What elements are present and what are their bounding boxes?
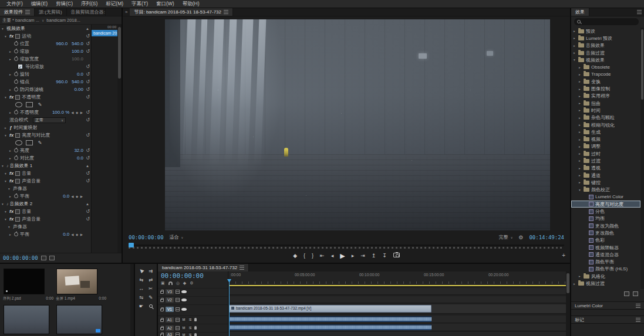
reset-icon[interactable]: ↺ (86, 178, 90, 184)
project-item-thumbnail[interactable] (56, 305, 102, 334)
program-timecode[interactable]: 00:00:00:00 (129, 235, 164, 240)
reset-icon[interactable]: ↺ (86, 148, 90, 153)
mic-icon[interactable] (194, 318, 197, 321)
expand-caret-icon[interactable]: ▸ (9, 50, 14, 53)
effect-row-缩放宽度[interactable]: ▸缩放宽度100.0 (0, 55, 91, 63)
menu-item[interactable]: 编辑(E) (27, 1, 52, 8)
timeline-ruler[interactable]: :00:0000:05:00:0000:10:00:0000:15:00:000… (229, 271, 566, 287)
effect-row-音频效果 1[interactable]: ▾♪音频效果 1▲ (0, 162, 91, 169)
tree-caret-icon[interactable] (584, 195, 589, 199)
tab-audio-clip-mixer[interactable]: 音频剪辑混合器: (67, 8, 106, 16)
keyframe-nav[interactable]: ◀ ◆ ▶ (71, 233, 83, 236)
work-area-bar[interactable] (229, 285, 566, 286)
zoom-level-select[interactable]: 适合 ∨ (170, 234, 184, 240)
mute-button[interactable]: M (181, 317, 186, 322)
sync-lock-icon[interactable] (176, 332, 180, 336)
effects-tree-item-通道[interactable]: ▸通道 (571, 172, 640, 179)
playback-resolution-select[interactable]: 完整 ∨ (499, 234, 513, 240)
menu-item[interactable]: 序列(S) (77, 1, 102, 8)
track-output-eye-icon[interactable] (181, 308, 187, 311)
expand-caret-icon[interactable]: ▾ (5, 96, 9, 99)
project-scrollbar[interactable] (130, 264, 134, 336)
expand-caret-icon[interactable]: ▸ (9, 73, 14, 76)
effect-row-亮度[interactable]: ▸亮度32.0↺ (0, 147, 91, 154)
stopwatch-icon[interactable] (14, 87, 18, 91)
effect-row-亮度与对比度[interactable]: ▾fx亮度与对比度↺ (0, 131, 91, 139)
scrubber-track[interactable] (129, 245, 564, 246)
tree-caret-icon[interactable]: ▸ (579, 123, 584, 127)
tree-caret-icon[interactable]: ▸ (579, 116, 584, 120)
pen-tool[interactable]: ✎ (146, 293, 155, 301)
track-header-v1[interactable]: V1 (158, 304, 228, 314)
effects-tree-item-色彩[interactable]: 色彩 (571, 237, 640, 244)
stopwatch-icon[interactable] (14, 80, 18, 84)
lock-icon[interactable] (160, 334, 164, 336)
effect-row-防闪烁滤镜[interactable]: ▸防闪烁滤镜0.00↺ (0, 86, 91, 93)
mute-button[interactable]: M (181, 325, 186, 330)
effects-tree-item-透视[interactable]: ▸透视 (571, 165, 640, 172)
stopwatch-icon[interactable] (14, 42, 18, 46)
effects-tree-item-图像控制[interactable]: ▸图像控制 (571, 85, 640, 92)
expand-caret-icon[interactable] (9, 80, 14, 84)
track-target-v2[interactable]: V2 (166, 297, 174, 303)
slip-tool[interactable]: ⇋ (137, 293, 146, 301)
param-value[interactable]: 0.0 (77, 72, 83, 77)
mark-in-button[interactable]: { (304, 253, 305, 259)
timeline-lanes[interactable]: :00:0000:05:00:0000:10:00:0000:15:00:000… (229, 271, 566, 336)
tree-caret-icon[interactable]: ▸ (574, 51, 578, 55)
scrollbar-handle[interactable] (118, 27, 121, 79)
tree-caret-icon[interactable]: ▸ (579, 94, 584, 98)
tree-caret-icon[interactable]: ▸ (579, 108, 584, 112)
sequence-clip-label[interactable]: bandicam 2018... (46, 18, 80, 23)
expand-caret-icon[interactable] (9, 42, 14, 46)
reset-icon[interactable]: ↺ (86, 209, 90, 214)
toggle-effects-icon[interactable] (41, 256, 46, 260)
effect-row-平衡[interactable]: ▸平衡0.0◀ ◆ ▶ (0, 230, 91, 238)
effects-tree-item-过时[interactable]: ▸过时 (571, 150, 640, 157)
tree-caret-icon[interactable] (584, 253, 589, 256)
effects-scrollbar[interactable] (640, 28, 644, 289)
track-header-a3[interactable]: A3MS (158, 332, 228, 336)
tree-caret-icon[interactable]: ▸ (579, 87, 584, 91)
tree-caret-icon[interactable] (584, 267, 589, 271)
play-button[interactable]: ▶ (340, 252, 345, 260)
tree-caret-icon[interactable]: ▸ (579, 167, 584, 170)
effects-tree-item-调整[interactable]: ▸调整 (571, 143, 640, 150)
track-lane-v2[interactable] (229, 296, 566, 303)
reset-icon[interactable]: ↺ (86, 155, 90, 161)
effects-tree-item-变换[interactable]: ▸变换 (571, 78, 640, 85)
mic-icon[interactable] (194, 326, 197, 330)
tree-caret-icon[interactable]: ▸ (579, 130, 584, 134)
track-target-v3[interactable]: V3 (166, 289, 174, 294)
track-target-a1[interactable]: A1 (166, 317, 174, 323)
monitor-settings-wrench-icon[interactable]: ⚙ (518, 235, 523, 240)
effect-row-视频效果[interactable]: ▾视频效果▲ (0, 25, 91, 32)
effects-tree-item-音频过渡[interactable]: ▸音频过渡 (571, 49, 640, 56)
button-editor-add-icon[interactable]: + (562, 252, 565, 259)
sync-lock-icon[interactable] (176, 318, 180, 322)
effect-row-对比度[interactable]: ▸对比度0.0↺ (0, 154, 91, 162)
tree-caret-icon[interactable]: ▸ (579, 145, 584, 148)
project-item-thumbnail[interactable] (4, 305, 49, 334)
tree-caret-icon[interactable]: ▸ (579, 73, 584, 76)
tree-caret-icon[interactable] (584, 202, 589, 206)
export-frame-button[interactable] (393, 253, 400, 259)
ec-timecode[interactable]: 00:00:00:00 (3, 255, 38, 261)
stopwatch-icon[interactable] (14, 194, 18, 198)
blend-mode-select[interactable]: 正常∨ (33, 117, 66, 123)
solo-button[interactable]: S (188, 325, 193, 330)
effects-tree-item-实用程序[interactable]: ▸实用程序 (571, 93, 640, 100)
param-value[interactable]: 960.0 540.0 (56, 41, 83, 46)
solo-button[interactable]: S (188, 332, 193, 336)
pen-mask-button[interactable]: ✎ (36, 140, 43, 145)
track-lane-a2[interactable] (229, 324, 566, 331)
effects-tree-item-通道混合器[interactable]: 通道混合器 (571, 251, 640, 258)
effects-tree-item-时间[interactable]: ▸时间 (571, 107, 640, 114)
reset-icon[interactable]: ↺ (86, 87, 90, 92)
expand-caret-icon[interactable]: ▾ (5, 35, 9, 38)
tree-caret-icon[interactable]: ▾ (579, 188, 584, 192)
menu-item[interactable]: 字幕(T) (127, 1, 152, 8)
menu-item[interactable]: 标记(M) (102, 1, 127, 8)
expand-caret-icon[interactable]: ▸ (9, 57, 14, 61)
mic-icon[interactable] (194, 333, 197, 336)
